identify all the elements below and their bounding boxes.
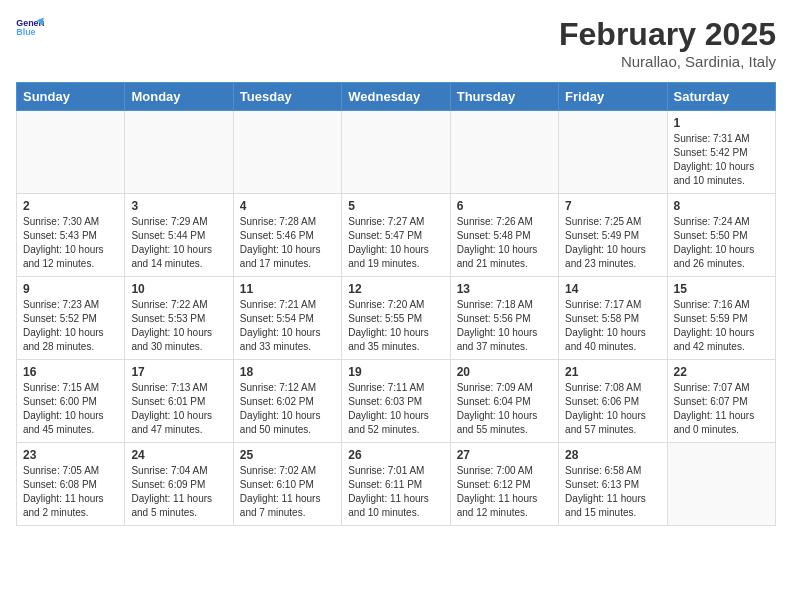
day-number: 27 — [457, 448, 552, 462]
calendar-cell: 24Sunrise: 7:04 AM Sunset: 6:09 PM Dayli… — [125, 443, 233, 526]
day-info: Sunrise: 7:09 AM Sunset: 6:04 PM Dayligh… — [457, 381, 552, 437]
calendar-cell: 1Sunrise: 7:31 AM Sunset: 5:42 PM Daylig… — [667, 111, 775, 194]
day-number: 17 — [131, 365, 226, 379]
day-number: 19 — [348, 365, 443, 379]
calendar-cell: 22Sunrise: 7:07 AM Sunset: 6:07 PM Dayli… — [667, 360, 775, 443]
day-number: 23 — [23, 448, 118, 462]
calendar-cell: 11Sunrise: 7:21 AM Sunset: 5:54 PM Dayli… — [233, 277, 341, 360]
day-number: 3 — [131, 199, 226, 213]
day-info: Sunrise: 7:25 AM Sunset: 5:49 PM Dayligh… — [565, 215, 660, 271]
day-number: 13 — [457, 282, 552, 296]
calendar-cell: 2Sunrise: 7:30 AM Sunset: 5:43 PM Daylig… — [17, 194, 125, 277]
month-year: February 2025 — [559, 16, 776, 53]
calendar-cell: 16Sunrise: 7:15 AM Sunset: 6:00 PM Dayli… — [17, 360, 125, 443]
location: Nurallao, Sardinia, Italy — [559, 53, 776, 70]
weekday-header-saturday: Saturday — [667, 83, 775, 111]
day-info: Sunrise: 7:00 AM Sunset: 6:12 PM Dayligh… — [457, 464, 552, 520]
calendar-cell — [450, 111, 558, 194]
svg-text:Blue: Blue — [16, 27, 35, 37]
weekday-header-row: SundayMondayTuesdayWednesdayThursdayFrid… — [17, 83, 776, 111]
day-number: 7 — [565, 199, 660, 213]
day-info: Sunrise: 7:15 AM Sunset: 6:00 PM Dayligh… — [23, 381, 118, 437]
day-number: 11 — [240, 282, 335, 296]
calendar-cell — [342, 111, 450, 194]
day-info: Sunrise: 7:04 AM Sunset: 6:09 PM Dayligh… — [131, 464, 226, 520]
calendar-week-2: 9Sunrise: 7:23 AM Sunset: 5:52 PM Daylig… — [17, 277, 776, 360]
calendar-cell: 25Sunrise: 7:02 AM Sunset: 6:10 PM Dayli… — [233, 443, 341, 526]
day-number: 2 — [23, 199, 118, 213]
calendar-cell: 21Sunrise: 7:08 AM Sunset: 6:06 PM Dayli… — [559, 360, 667, 443]
calendar-cell — [667, 443, 775, 526]
calendar-cell — [17, 111, 125, 194]
day-info: Sunrise: 7:07 AM Sunset: 6:07 PM Dayligh… — [674, 381, 769, 437]
day-info: Sunrise: 6:58 AM Sunset: 6:13 PM Dayligh… — [565, 464, 660, 520]
calendar-cell: 14Sunrise: 7:17 AM Sunset: 5:58 PM Dayli… — [559, 277, 667, 360]
calendar-cell: 19Sunrise: 7:11 AM Sunset: 6:03 PM Dayli… — [342, 360, 450, 443]
day-info: Sunrise: 7:29 AM Sunset: 5:44 PM Dayligh… — [131, 215, 226, 271]
day-info: Sunrise: 7:28 AM Sunset: 5:46 PM Dayligh… — [240, 215, 335, 271]
weekday-header-tuesday: Tuesday — [233, 83, 341, 111]
weekday-header-sunday: Sunday — [17, 83, 125, 111]
day-info: Sunrise: 7:18 AM Sunset: 5:56 PM Dayligh… — [457, 298, 552, 354]
calendar-cell — [125, 111, 233, 194]
day-number: 14 — [565, 282, 660, 296]
day-number: 9 — [23, 282, 118, 296]
calendar-cell: 12Sunrise: 7:20 AM Sunset: 5:55 PM Dayli… — [342, 277, 450, 360]
day-number: 18 — [240, 365, 335, 379]
day-number: 28 — [565, 448, 660, 462]
calendar-cell: 28Sunrise: 6:58 AM Sunset: 6:13 PM Dayli… — [559, 443, 667, 526]
day-number: 12 — [348, 282, 443, 296]
calendar-cell: 13Sunrise: 7:18 AM Sunset: 5:56 PM Dayli… — [450, 277, 558, 360]
weekday-header-wednesday: Wednesday — [342, 83, 450, 111]
day-number: 20 — [457, 365, 552, 379]
day-number: 10 — [131, 282, 226, 296]
day-info: Sunrise: 7:16 AM Sunset: 5:59 PM Dayligh… — [674, 298, 769, 354]
day-info: Sunrise: 7:24 AM Sunset: 5:50 PM Dayligh… — [674, 215, 769, 271]
day-number: 26 — [348, 448, 443, 462]
calendar-cell: 15Sunrise: 7:16 AM Sunset: 5:59 PM Dayli… — [667, 277, 775, 360]
calendar-week-0: 1Sunrise: 7:31 AM Sunset: 5:42 PM Daylig… — [17, 111, 776, 194]
day-info: Sunrise: 7:02 AM Sunset: 6:10 PM Dayligh… — [240, 464, 335, 520]
calendar-cell: 27Sunrise: 7:00 AM Sunset: 6:12 PM Dayli… — [450, 443, 558, 526]
logo-icon: General Blue — [16, 16, 44, 38]
day-info: Sunrise: 7:17 AM Sunset: 5:58 PM Dayligh… — [565, 298, 660, 354]
page-header: General Blue February 2025 Nurallao, Sar… — [16, 16, 776, 70]
calendar-cell: 5Sunrise: 7:27 AM Sunset: 5:47 PM Daylig… — [342, 194, 450, 277]
weekday-header-monday: Monday — [125, 83, 233, 111]
day-number: 16 — [23, 365, 118, 379]
day-info: Sunrise: 7:20 AM Sunset: 5:55 PM Dayligh… — [348, 298, 443, 354]
calendar-cell — [233, 111, 341, 194]
day-number: 25 — [240, 448, 335, 462]
calendar-cell: 18Sunrise: 7:12 AM Sunset: 6:02 PM Dayli… — [233, 360, 341, 443]
calendar-cell: 26Sunrise: 7:01 AM Sunset: 6:11 PM Dayli… — [342, 443, 450, 526]
day-info: Sunrise: 7:05 AM Sunset: 6:08 PM Dayligh… — [23, 464, 118, 520]
day-number: 22 — [674, 365, 769, 379]
calendar-cell: 17Sunrise: 7:13 AM Sunset: 6:01 PM Dayli… — [125, 360, 233, 443]
day-info: Sunrise: 7:21 AM Sunset: 5:54 PM Dayligh… — [240, 298, 335, 354]
day-number: 1 — [674, 116, 769, 130]
day-info: Sunrise: 7:30 AM Sunset: 5:43 PM Dayligh… — [23, 215, 118, 271]
calendar-table: SundayMondayTuesdayWednesdayThursdayFrid… — [16, 82, 776, 526]
calendar-cell: 6Sunrise: 7:26 AM Sunset: 5:48 PM Daylig… — [450, 194, 558, 277]
day-info: Sunrise: 7:27 AM Sunset: 5:47 PM Dayligh… — [348, 215, 443, 271]
calendar-cell: 20Sunrise: 7:09 AM Sunset: 6:04 PM Dayli… — [450, 360, 558, 443]
weekday-header-friday: Friday — [559, 83, 667, 111]
calendar-cell: 23Sunrise: 7:05 AM Sunset: 6:08 PM Dayli… — [17, 443, 125, 526]
day-info: Sunrise: 7:31 AM Sunset: 5:42 PM Dayligh… — [674, 132, 769, 188]
day-number: 21 — [565, 365, 660, 379]
day-info: Sunrise: 7:13 AM Sunset: 6:01 PM Dayligh… — [131, 381, 226, 437]
day-info: Sunrise: 7:11 AM Sunset: 6:03 PM Dayligh… — [348, 381, 443, 437]
calendar-cell: 4Sunrise: 7:28 AM Sunset: 5:46 PM Daylig… — [233, 194, 341, 277]
calendar-cell — [559, 111, 667, 194]
day-info: Sunrise: 7:08 AM Sunset: 6:06 PM Dayligh… — [565, 381, 660, 437]
day-number: 5 — [348, 199, 443, 213]
weekday-header-thursday: Thursday — [450, 83, 558, 111]
day-number: 24 — [131, 448, 226, 462]
calendar-cell: 3Sunrise: 7:29 AM Sunset: 5:44 PM Daylig… — [125, 194, 233, 277]
day-number: 4 — [240, 199, 335, 213]
day-number: 6 — [457, 199, 552, 213]
day-info: Sunrise: 7:23 AM Sunset: 5:52 PM Dayligh… — [23, 298, 118, 354]
day-info: Sunrise: 7:26 AM Sunset: 5:48 PM Dayligh… — [457, 215, 552, 271]
day-info: Sunrise: 7:12 AM Sunset: 6:02 PM Dayligh… — [240, 381, 335, 437]
day-info: Sunrise: 7:22 AM Sunset: 5:53 PM Dayligh… — [131, 298, 226, 354]
